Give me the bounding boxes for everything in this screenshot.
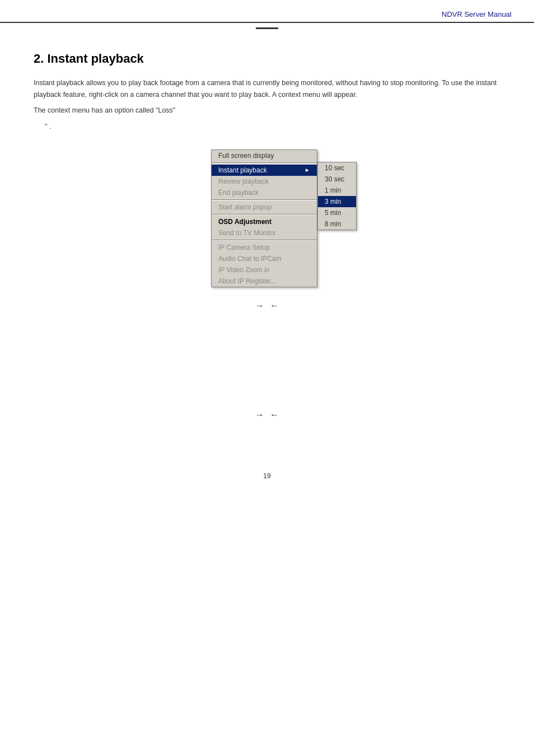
- para1-text: Instant playback allows you to play back…: [34, 79, 496, 99]
- main-content: 2. Instant playback Instant playback all…: [0, 29, 534, 450]
- para3-text: .: [49, 123, 51, 130]
- menu-item-end-label: End playback: [218, 189, 259, 197]
- submenu-item-3min[interactable]: 3 min: [318, 196, 356, 207]
- menu-separator-2: [212, 199, 317, 200]
- submenu-item-8min[interactable]: 8 min: [318, 218, 356, 230]
- page-header: NDVR Server Manual: [0, 0, 534, 23]
- submenu-5min-label: 5 min: [325, 209, 341, 217]
- menu-item-about-label: About IP Register...: [218, 277, 276, 285]
- arrow-right-2: →: [255, 410, 264, 419]
- menu-separator-1: [212, 162, 317, 164]
- menu-separator-4: [212, 240, 317, 241]
- page-number-value: 19: [263, 472, 270, 480]
- para2-quote2: [177, 106, 390, 114]
- submenu-arrow-icon: ►: [305, 167, 310, 173]
- menu-item-about-ip: About IP Register...: [212, 276, 317, 287]
- submenu-3min-label: 3 min: [325, 198, 341, 206]
- page-number: 19: [0, 472, 534, 480]
- nav-desc-2: [34, 363, 500, 375]
- submenu-item-5min[interactable]: 5 min: [318, 207, 356, 218]
- arrow-left-2: ←: [270, 410, 279, 419]
- arrow-nav-para-1: → ←: [34, 298, 500, 313]
- submenu-item-1min[interactable]: 1 min: [318, 185, 356, 196]
- menu-item-tv-label: Send to TV Monitor: [218, 229, 276, 237]
- arrow-nav-para-2: → ←: [34, 408, 500, 422]
- menu-item-review-label: Review playback: [218, 178, 269, 185]
- para2-text-prefix: The context menu has an option called: [34, 106, 156, 114]
- para3-quote: ": [45, 123, 47, 130]
- submenu-8min-label: 8 min: [325, 220, 341, 228]
- menu-item-ip-zoom: IP Video Zoom in: [212, 264, 317, 276]
- context-menu: Full screen display Instant playback ► R…: [211, 150, 317, 287]
- menu-item-send-tv: Send to TV Monitor: [212, 227, 317, 239]
- loss-word: Loss": [158, 106, 175, 114]
- menu-item-start-alarm: Start alarm popup: [212, 202, 317, 213]
- submenu-1min-label: 1 min: [325, 186, 341, 194]
- menu-item-review-playback: Review playback: [212, 176, 317, 187]
- menu-item-instant-playback-label: Instant playback: [218, 166, 267, 174]
- menu-item-audio-label: Audio Chat to IPCam: [218, 255, 282, 263]
- submenu-10sec-label: 10 sec: [325, 164, 344, 172]
- menu-item-fullscreen: Full screen display: [212, 150, 317, 161]
- paragraph-3: " .: [45, 121, 500, 133]
- context-menu-illustration: Full screen display Instant playback ► R…: [67, 150, 500, 287]
- paragraph-2: The context menu has an option called "L…: [34, 105, 500, 116]
- menu-item-ip-setup: IP Camera Setup: [212, 242, 317, 253]
- arrow-left-1: ←: [270, 301, 279, 310]
- submenu-item-10sec[interactable]: 10 sec: [318, 162, 356, 174]
- menu-item-ip-setup-label: IP Camera Setup: [218, 244, 270, 251]
- document-title: NDVR Server Manual: [442, 10, 512, 18]
- menu-item-instant-playback[interactable]: Instant playback ►: [212, 165, 317, 176]
- header-line: [256, 27, 278, 29]
- menu-item-alarm-label: Start alarm popup: [218, 203, 271, 211]
- paragraph-1: Instant playback allows you to play back…: [34, 77, 500, 100]
- arrow-right-1: →: [255, 301, 264, 310]
- section-heading: 2. Instant playback: [34, 52, 500, 66]
- menu-item-osd-label: OSD Adjustment: [218, 218, 271, 226]
- menu-item-end-playback: End playback: [212, 187, 317, 198]
- menu-item-osd[interactable]: OSD Adjustment: [212, 216, 317, 227]
- menu-wrapper: Full screen display Instant playback ► R…: [211, 150, 357, 287]
- menu-separator-3: [212, 214, 317, 215]
- submenu-30sec-label: 30 sec: [325, 175, 344, 183]
- nav-desc-1: [34, 347, 500, 358]
- menu-item-audio-chat: Audio Chat to IPCam: [212, 253, 317, 264]
- submenu: 10 sec 30 sec 1 min 3 min 5 min 8 min: [317, 162, 357, 230]
- menu-item-fullscreen-label: Full screen display: [218, 152, 274, 160]
- submenu-item-30sec[interactable]: 30 sec: [318, 174, 356, 185]
- menu-item-zoom-label: IP Video Zoom in: [218, 266, 270, 274]
